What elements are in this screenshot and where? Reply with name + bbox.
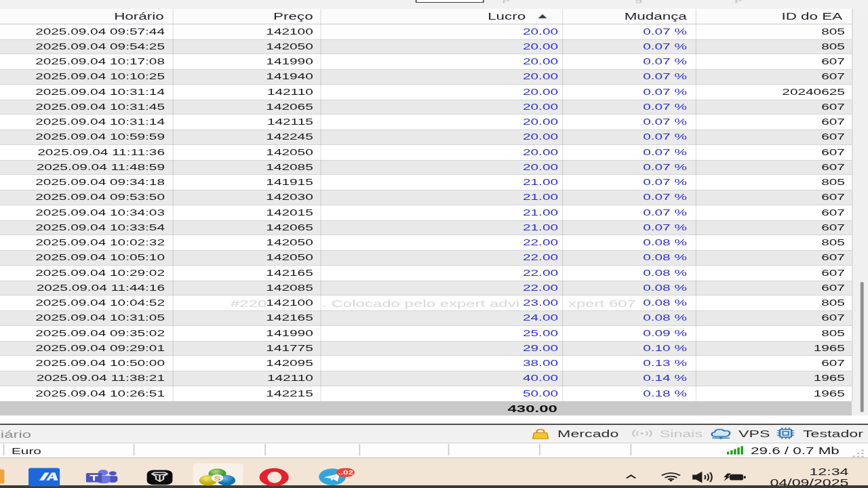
svg-text:..02: ..02: [338, 470, 353, 476]
svg-text:S: S: [214, 475, 220, 482]
